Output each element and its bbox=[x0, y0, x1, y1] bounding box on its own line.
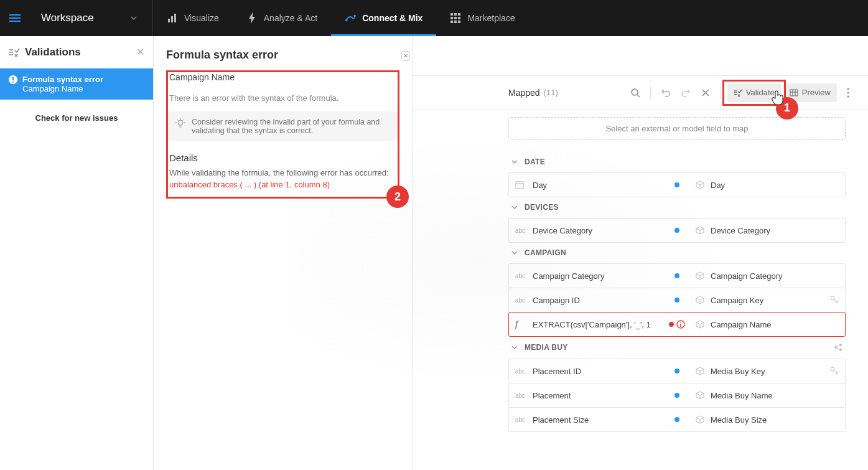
error-info-icon[interactable] bbox=[676, 320, 685, 329]
mapping-body: Select an external or model field to map… bbox=[413, 110, 868, 470]
svg-rect-6 bbox=[454, 13, 457, 16]
mapping-row[interactable]: abcPlacementMedia Buy Name bbox=[508, 383, 846, 408]
validation-item[interactable]: Formula syntax error Campaign Name bbox=[0, 68, 153, 100]
source-field: Day bbox=[533, 181, 547, 190]
svg-point-20 bbox=[847, 88, 849, 90]
mapping-dot-icon bbox=[669, 322, 674, 327]
svg-point-21 bbox=[847, 92, 849, 93]
mapping-row[interactable]: abcDevice CategoryDevice Category bbox=[508, 218, 846, 243]
tab-label: Marketplace bbox=[467, 13, 515, 23]
mapping-row[interactable]: abcCampaign CategoryCampaign Category bbox=[508, 263, 846, 288]
separator bbox=[650, 87, 651, 99]
close-icon[interactable] bbox=[697, 84, 714, 101]
validations-panel: Validations ✕ Formula syntax error Campa… bbox=[0, 36, 154, 470]
source-field: Placement bbox=[533, 391, 571, 400]
svg-point-3 bbox=[345, 19, 348, 22]
close-icon[interactable]: ✕ bbox=[136, 46, 144, 58]
more-icon[interactable] bbox=[839, 84, 857, 101]
target-field: Campaign Key bbox=[711, 296, 763, 305]
tab-label: Analyze & Act bbox=[264, 13, 317, 23]
chip-row: ✕ bbox=[413, 36, 868, 76]
svg-rect-2 bbox=[174, 14, 176, 22]
tab-marketplace[interactable]: Marketplace bbox=[436, 0, 528, 36]
group-header[interactable]: DEVICES bbox=[508, 197, 846, 218]
table-icon bbox=[790, 88, 798, 97]
group-name: CAMPAIGN bbox=[525, 248, 566, 257]
svg-rect-0 bbox=[168, 19, 170, 22]
svg-rect-9 bbox=[454, 17, 457, 19]
svg-rect-26 bbox=[680, 324, 681, 327]
mapping-dot-icon bbox=[674, 298, 679, 303]
target-field: Campaign Category bbox=[711, 271, 783, 281]
validations-icon bbox=[9, 47, 20, 58]
key-icon bbox=[830, 296, 839, 304]
mapping-row[interactable]: DayDay bbox=[508, 172, 846, 197]
svg-rect-11 bbox=[450, 21, 453, 23]
validations-header: Validations ✕ bbox=[0, 36, 153, 68]
svg-rect-5 bbox=[450, 13, 453, 16]
mapping-row[interactable]: fEXTRACT(csv['Campaign'], '_', 1Campaign… bbox=[508, 312, 846, 337]
source-field: Placement Size bbox=[533, 415, 589, 425]
bar-chart-icon bbox=[167, 12, 178, 24]
mapping-dot-icon bbox=[674, 182, 679, 187]
chip-close-icon[interactable]: ✕ bbox=[401, 51, 410, 61]
cube-icon bbox=[696, 367, 704, 375]
group-header[interactable]: MEDIA BUY bbox=[508, 336, 846, 359]
cube-icon bbox=[696, 320, 704, 329]
group-name: DATE bbox=[525, 157, 545, 166]
redo-icon[interactable] bbox=[677, 84, 694, 101]
source-field: Campaign Category bbox=[533, 271, 605, 281]
undo-icon[interactable] bbox=[657, 84, 674, 101]
chevron-down-icon bbox=[511, 204, 518, 211]
svg-point-18 bbox=[632, 89, 638, 95]
validate-button[interactable]: Validate bbox=[727, 83, 781, 102]
tab-analyze[interactable]: Analyze & Act bbox=[233, 0, 331, 36]
drop-hint[interactable]: Select an external or model field to map bbox=[508, 117, 846, 140]
svg-rect-16 bbox=[12, 81, 14, 82]
tab-visualize[interactable]: Visualize bbox=[153, 0, 233, 36]
mapping-row[interactable]: abcPlacement SizeMedia Buy Size bbox=[508, 407, 846, 432]
validate-button-wrapper: Validate 1 bbox=[727, 83, 781, 102]
mapped-label: Mapped bbox=[508, 88, 540, 98]
validation-item-title: Formula syntax error bbox=[22, 75, 103, 84]
workspace-dropdown[interactable]: Workspace bbox=[30, 0, 153, 36]
error-code: unbalanced braces ( ... ) (at line 1, co… bbox=[168, 180, 398, 189]
text-type-icon: abc bbox=[515, 273, 526, 280]
group-name: DEVICES bbox=[525, 203, 559, 212]
mapping-row[interactable]: abcCampaign IDCampaign Key bbox=[508, 288, 846, 313]
mapping-area: ✕ Mapped (11) Validate bbox=[413, 36, 868, 470]
group-header[interactable]: DATE bbox=[508, 151, 846, 172]
source-field: Device Category bbox=[533, 226, 592, 235]
group-name: MEDIA BUY bbox=[525, 343, 568, 352]
svg-point-30 bbox=[839, 349, 842, 351]
grid-icon bbox=[450, 12, 461, 24]
calendar-icon bbox=[515, 181, 526, 189]
svg-point-29 bbox=[839, 344, 842, 346]
validate-label: Validate bbox=[746, 88, 775, 97]
svg-rect-15 bbox=[12, 77, 14, 80]
formula-icon: f bbox=[515, 319, 526, 329]
nav-tabs: Visualize Analyze & Act Connect & Mix Ma… bbox=[153, 0, 529, 36]
tab-connect[interactable]: Connect & Mix bbox=[331, 0, 436, 36]
target-field: Device Category bbox=[711, 226, 770, 235]
target-field: Day bbox=[711, 181, 725, 190]
svg-rect-1 bbox=[171, 16, 173, 22]
hamburger-button[interactable] bbox=[0, 0, 30, 36]
cube-icon bbox=[696, 271, 704, 280]
share-icon[interactable] bbox=[833, 342, 843, 352]
group-header[interactable]: CAMPAIGN bbox=[508, 242, 846, 263]
svg-rect-7 bbox=[458, 13, 460, 16]
text-type-icon: abc bbox=[515, 297, 526, 304]
top-header: Workspace Visualize Analyze & Act Connec… bbox=[0, 0, 868, 36]
cube-icon bbox=[696, 181, 704, 189]
source-field: Placement ID bbox=[533, 367, 581, 376]
search-icon[interactable] bbox=[627, 84, 644, 101]
check-new-issues-button[interactable]: Check for new issues bbox=[0, 100, 153, 136]
cube-icon bbox=[696, 296, 704, 304]
mapping-row[interactable]: abcPlacement IDMedia Buy Key bbox=[508, 359, 846, 383]
alert-icon bbox=[9, 75, 17, 84]
chevron-down-icon bbox=[511, 158, 518, 166]
svg-rect-13 bbox=[458, 21, 460, 23]
error-details-box: Campaign Name There is an error with the… bbox=[166, 70, 399, 199]
svg-rect-12 bbox=[454, 21, 457, 23]
